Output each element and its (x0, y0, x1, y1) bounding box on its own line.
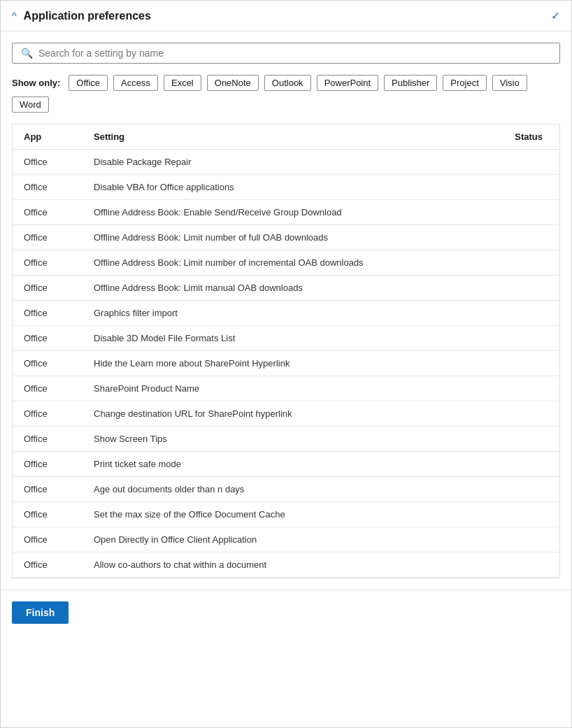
table-row[interactable]: OfficeDisable 3D Model File Formats List (13, 326, 559, 351)
cell-app: Office (13, 427, 83, 452)
cell-status (483, 452, 559, 477)
cell-setting: Print ticket safe mode (83, 452, 483, 477)
cell-app: Office (13, 502, 83, 527)
cell-app: Office (13, 175, 83, 200)
cell-status (483, 527, 559, 552)
cell-app: Office (13, 477, 83, 502)
app-header: ^ Application preferences ✓ (1, 1, 571, 31)
cell-status (483, 225, 559, 250)
cell-setting: Graphics filter import (83, 301, 483, 326)
filter-btn-publisher[interactable]: Publisher (384, 75, 437, 91)
filter-btn-access[interactable]: Access (113, 75, 158, 91)
table-row[interactable]: OfficeOpen Directly in Office Client App… (13, 527, 559, 552)
cell-status (483, 477, 559, 502)
footer: Finish (1, 590, 571, 635)
filter-btn-onenote[interactable]: OneNote (207, 75, 259, 91)
table-row[interactable]: OfficeGraphics filter import (13, 301, 559, 326)
filter-btn-project[interactable]: Project (443, 75, 486, 91)
cell-setting: Offline Address Book: Limit manual OAB d… (83, 276, 483, 301)
cell-setting: Allow co-authors to chat within a docume… (83, 552, 483, 578)
show-only-label: Show only: (12, 78, 60, 88)
col-setting: Setting (83, 124, 483, 150)
table-row[interactable]: OfficePrint ticket safe mode (13, 452, 559, 477)
filter-btn-visio[interactable]: Visio (492, 75, 527, 91)
cell-status (483, 552, 559, 578)
table-row[interactable]: OfficeDisable Package Repair (13, 150, 559, 175)
cell-status (483, 376, 559, 401)
cell-status (483, 200, 559, 225)
cell-status (483, 276, 559, 301)
table-row[interactable]: OfficeOffline Address Book: Limit manual… (13, 276, 559, 301)
table-row[interactable]: OfficeDisable VBA for Office application… (13, 175, 559, 200)
cell-app: Office (13, 150, 83, 175)
table-wrapper[interactable]: App Setting Status OfficeDisable Package… (13, 124, 559, 578)
search-box[interactable]: 🔍 (12, 43, 560, 64)
cell-status (483, 326, 559, 351)
cell-app: Office (13, 376, 83, 401)
table-row[interactable]: OfficeHide the Learn more about SharePoi… (13, 351, 559, 376)
table-row[interactable]: OfficeOffline Address Book: Enable Send/… (13, 200, 559, 225)
table-row[interactable]: OfficeShow Screen Tips (13, 427, 559, 452)
cell-status (483, 175, 559, 200)
cell-setting: SharePoint Product Name (83, 376, 483, 401)
cell-setting: Age out documents older than n days (83, 477, 483, 502)
cell-app: Office (13, 200, 83, 225)
cell-status (483, 502, 559, 527)
table-header-row: App Setting Status (13, 124, 559, 150)
cell-app: Office (13, 276, 83, 301)
table-row[interactable]: OfficeAge out documents older than n day… (13, 477, 559, 502)
search-container: 🔍 (12, 43, 560, 64)
cell-app: Office (13, 401, 83, 427)
cell-setting: Offline Address Book: Limit number of in… (83, 250, 483, 276)
cell-app: Office (13, 250, 83, 276)
table-row[interactable]: OfficeOffline Address Book: Limit number… (13, 225, 559, 250)
page-title: Application preferences (24, 10, 151, 22)
table-row[interactable]: OfficeOffline Address Book: Limit number… (13, 250, 559, 276)
filter-btn-office[interactable]: Office (69, 75, 108, 91)
finish-button[interactable]: Finish (12, 601, 69, 624)
cell-app: Office (13, 527, 83, 552)
check-icon: ✓ (551, 9, 560, 22)
cell-setting: Open Directly in Office Client Applicati… (83, 527, 483, 552)
cell-app: Office (13, 552, 83, 578)
settings-table-container: App Setting Status OfficeDisable Package… (12, 124, 560, 578)
filter-btn-excel[interactable]: Excel (164, 75, 201, 91)
filter-row: Show only: OfficeAccessExcelOneNoteOutlo… (12, 75, 560, 113)
chevron-icon: ^ (12, 10, 17, 22)
cell-app: Office (13, 452, 83, 477)
cell-setting: Change destination URL for SharePoint hy… (83, 401, 483, 427)
col-app: App (13, 124, 83, 150)
table-body: OfficeDisable Package RepairOfficeDisabl… (13, 150, 559, 578)
cell-status (483, 250, 559, 276)
cell-setting: Offline Address Book: Limit number of fu… (83, 225, 483, 250)
table-row[interactable]: OfficeSharePoint Product Name (13, 376, 559, 401)
filter-btn-powerpoint[interactable]: PowerPoint (317, 75, 378, 91)
cell-app: Office (13, 351, 83, 376)
cell-status (483, 401, 559, 427)
cell-status (483, 301, 559, 326)
filter-btn-outlook[interactable]: Outlook (264, 75, 311, 91)
cell-app: Office (13, 225, 83, 250)
table-row[interactable]: OfficeAllow co-authors to chat within a … (13, 552, 559, 578)
search-icon: 🔍 (21, 48, 33, 59)
cell-setting: Show Screen Tips (83, 427, 483, 452)
cell-setting: Disable VBA for Office applications (83, 175, 483, 200)
cell-app: Office (13, 326, 83, 351)
cell-app: Office (13, 301, 83, 326)
cell-status (483, 351, 559, 376)
search-input[interactable] (38, 48, 551, 59)
table-row[interactable]: OfficeChange destination URL for SharePo… (13, 401, 559, 427)
table-row[interactable]: OfficeSet the max size of the Office Doc… (13, 502, 559, 527)
main-content: 🔍 Show only: OfficeAccessExcelOneNoteOut… (1, 31, 571, 590)
cell-setting: Set the max size of the Office Document … (83, 502, 483, 527)
cell-setting: Disable 3D Model File Formats List (83, 326, 483, 351)
cell-status (483, 427, 559, 452)
header-left: ^ Application preferences (12, 10, 151, 22)
cell-setting: Offline Address Book: Enable Send/Receiv… (83, 200, 483, 225)
cell-status (483, 150, 559, 175)
cell-setting: Hide the Learn more about SharePoint Hyp… (83, 351, 483, 376)
col-status: Status (483, 124, 559, 150)
cell-setting: Disable Package Repair (83, 150, 483, 175)
filter-btn-word[interactable]: Word (12, 97, 49, 113)
settings-table: App Setting Status OfficeDisable Package… (13, 124, 559, 578)
